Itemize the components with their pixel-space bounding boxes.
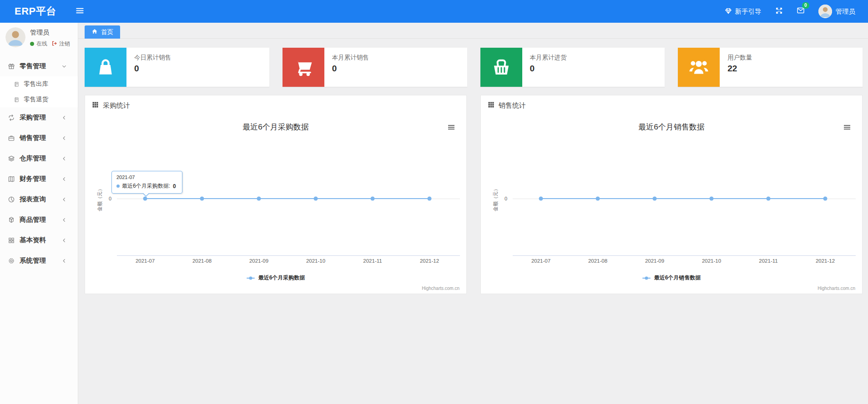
beginner-guide-button[interactable]: 新手引导	[725, 7, 762, 16]
x-axis-tick-label: 2021-07	[531, 258, 550, 264]
stat-card-label: 用户数量	[727, 54, 752, 62]
data-point[interactable]	[200, 197, 204, 201]
sidebar-item[interactable]: 采购管理	[0, 107, 78, 128]
x-axis-tick-label: 2021-11	[363, 258, 382, 264]
stat-card-value: 22	[727, 64, 752, 74]
series-line	[541, 198, 825, 199]
stat-card-value: 0	[332, 64, 369, 74]
panel-title: 销售统计	[499, 101, 526, 110]
beginner-guide-label: 新手引导	[735, 7, 762, 16]
panel-title: 采购统计	[103, 101, 130, 110]
th-grid-icon	[488, 101, 495, 110]
sidebar-toggle-icon[interactable]	[76, 6, 84, 17]
sidebar-item-label: 销售管理	[20, 134, 61, 142]
data-point[interactable]	[710, 197, 714, 201]
data-point[interactable]	[767, 197, 771, 201]
data-point[interactable]	[143, 197, 147, 201]
box-icon	[8, 216, 15, 224]
tab-home-label: 首页	[101, 28, 113, 36]
user-name: 管理员	[836, 7, 856, 16]
sidebar-item-label: 报表查询	[20, 195, 61, 204]
stat-card-value: 0	[530, 64, 567, 74]
sidebar-item[interactable]: 财务管理	[0, 169, 78, 189]
messages-badge: 0	[802, 2, 809, 9]
series-line	[145, 198, 429, 199]
sidebar-item-label: 基本资料	[20, 236, 61, 244]
data-point[interactable]	[653, 197, 657, 201]
x-axis-tick-label: 2021-07	[136, 258, 155, 264]
stat-card-icon-box	[678, 48, 720, 87]
purchase-chart: 最近6个月采购数据 金额（元） 0 2021-07 最近6个月采购数据: 0	[85, 115, 466, 294]
legend-label: 最近6个月销售数据	[654, 274, 701, 282]
journal-icon	[14, 97, 20, 103]
chart-context-menu-icon[interactable]	[843, 124, 851, 133]
stat-card-label: 今日累计销售	[134, 54, 171, 62]
sidebar-item[interactable]: 系统管理	[0, 250, 78, 271]
user-menu[interactable]: 管理员	[818, 5, 856, 18]
highcharts-credit-link[interactable]: Highcharts.com.cn	[422, 286, 459, 291]
data-point[interactable]	[823, 197, 828, 201]
data-point[interactable]	[428, 197, 432, 201]
data-point[interactable]	[596, 197, 600, 201]
fullscreen-icon[interactable]	[775, 7, 783, 16]
sidebar-item-label: 系统管理	[20, 256, 61, 265]
highcharts-credit-link[interactable]: Highcharts.com.cn	[818, 286, 855, 291]
data-point[interactable]	[539, 197, 543, 201]
x-axis-line	[513, 255, 856, 256]
messages-button[interactable]: 0	[797, 6, 805, 16]
stat-cards: 今日累计销售0本月累计销售0本月累计进货0用户数量22	[85, 48, 863, 87]
online-status-dot	[30, 42, 34, 46]
logout-label: 注销	[59, 40, 70, 48]
ledger-icon	[8, 175, 15, 183]
x-axis-tick-label: 2021-09	[645, 258, 664, 264]
avatar	[818, 5, 832, 18]
stat-card: 用户数量22	[678, 48, 863, 87]
panel-header: 销售统计	[481, 95, 862, 115]
sidebar-subitem[interactable]: 零售出库	[0, 76, 78, 92]
chevron-left-icon	[61, 217, 67, 223]
stat-card-label: 本月累计进货	[530, 54, 567, 62]
stat-card-icon-box	[480, 48, 522, 87]
th-grid-icon	[92, 101, 99, 110]
data-point[interactable]	[257, 197, 261, 201]
data-point[interactable]	[371, 197, 375, 201]
avatar	[5, 27, 25, 47]
chevron-left-icon	[61, 197, 67, 202]
sidebar-item[interactable]: 报表查询	[0, 189, 78, 209]
users-icon	[688, 57, 709, 78]
sidebar-item-label: 商品管理	[20, 215, 61, 224]
shopping-basket-icon	[491, 57, 512, 78]
tooltip-category: 2021-07	[116, 175, 177, 180]
sidebar-subitem-label: 零售出库	[24, 80, 48, 88]
sidebar-item[interactable]: 商品管理	[0, 209, 78, 230]
chart-legend[interactable]: 最近6个月销售数据	[481, 274, 862, 282]
journal-icon	[14, 81, 20, 87]
tooltip-value: 0	[173, 183, 176, 190]
mail-icon	[797, 8, 805, 16]
chart-panels: 采购统计 最近6个月采购数据 金额（元） 0 2021-07 最近6个月采购数据…	[85, 95, 863, 294]
stat-card: 本月累计销售0	[283, 48, 467, 87]
chevron-left-icon	[61, 135, 67, 141]
sidebar-item-label: 零售管理	[20, 62, 61, 70]
x-axis-tick-label: 2021-10	[702, 258, 721, 264]
chart-legend[interactable]: 最近6个月采购数据	[85, 274, 466, 282]
y-axis-tick: 0	[101, 196, 111, 201]
shopping-bag-icon	[95, 57, 116, 78]
sidebar-subitem[interactable]: 零售退货	[0, 92, 78, 107]
tab-home[interactable]: 首页	[85, 25, 120, 39]
repeat-icon	[8, 114, 15, 121]
sidebar-item[interactable]: 仓库管理	[0, 148, 78, 169]
sidebar-user-name: 管理员	[30, 29, 70, 37]
sidebar-item-label: 财务管理	[20, 175, 61, 183]
sidebar-item[interactable]: 零售管理	[0, 56, 78, 76]
sidebar-item[interactable]: 基本资料	[0, 230, 78, 250]
home-icon	[91, 28, 98, 36]
data-point[interactable]	[314, 197, 318, 201]
gift-icon	[8, 63, 15, 70]
sidebar-item[interactable]: 销售管理	[0, 128, 78, 148]
chart-context-menu-icon[interactable]	[448, 124, 455, 133]
legend-marker	[247, 278, 255, 279]
logout-button[interactable]: 注销	[51, 40, 70, 48]
sidebar-subitem-label: 零售退货	[24, 95, 48, 104]
x-axis-tick-label: 2021-10	[306, 258, 325, 264]
